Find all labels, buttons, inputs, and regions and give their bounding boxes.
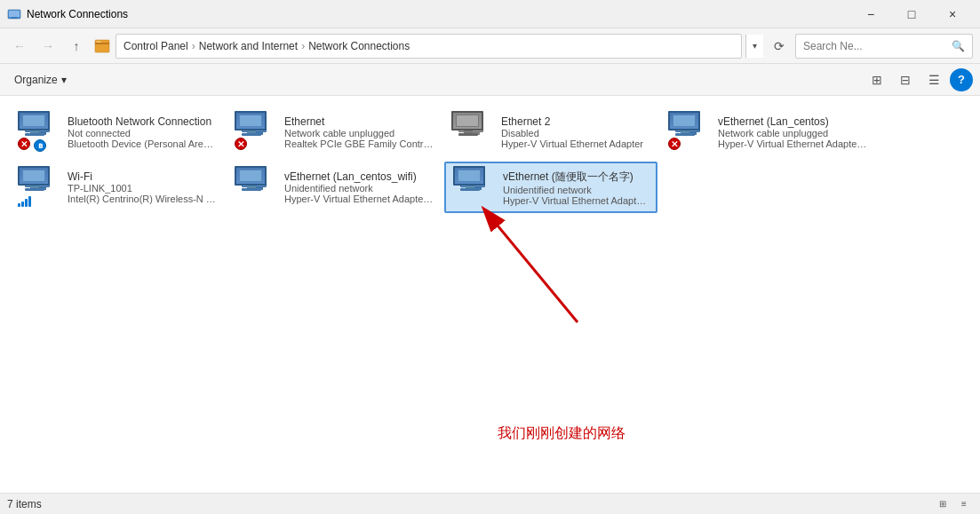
- forward-button[interactable]: →: [36, 34, 60, 59]
- svg-rect-5: [96, 41, 101, 43]
- item-details: vEthernet (随便取一个名字) Unidentified network…: [503, 170, 649, 206]
- address-bar: ← → ↑ Control Panel › Network and Intern…: [0, 28, 980, 64]
- list-item[interactable]: ✕ vEthernet (Lan_centos) Network cable u…: [661, 107, 874, 158]
- error-overlay-icon: ✕: [235, 138, 247, 150]
- breadcrumb-part2: Network and Internet: [199, 40, 298, 52]
- error-overlay-icon: ✕: [18, 138, 30, 150]
- title-bar: Network Connections − □ ×: [0, 0, 980, 28]
- item-name: vEthernet (随便取一个名字): [503, 170, 649, 185]
- organize-label: Organize: [14, 74, 58, 86]
- location-icon: [94, 38, 110, 54]
- search-icon: 🔍: [952, 40, 965, 52]
- item-status: Unidentified network: [284, 183, 434, 194]
- list-item[interactable]: Wi-Fi TP-LINK_1001 Intel(R) Centrino(R) …: [11, 162, 224, 213]
- status-bar: 7 items ⊞ ≡: [0, 493, 980, 514]
- help-button[interactable]: ?: [950, 68, 973, 91]
- svg-line-7: [493, 220, 578, 322]
- search-box[interactable]: 🔍: [795, 34, 973, 59]
- breadcrumb-arrow1: ›: [192, 40, 195, 52]
- title-bar-text: Network Connections: [27, 8, 850, 20]
- item-status: TP-LINK_1001: [68, 183, 217, 194]
- up-button[interactable]: ↑: [64, 34, 89, 59]
- list-item[interactable]: ✕ ʙ Bluetooth Network Connection Not con…: [11, 107, 224, 158]
- item-details: vEthernet (Lan_centos) Network cable unp…: [718, 115, 867, 149]
- view-button-grid[interactable]: ⊞: [864, 68, 889, 91]
- svg-rect-1: [9, 11, 20, 17]
- item-adapter: Hyper-V Virtual Ethernet Adapter ...: [718, 138, 867, 149]
- organize-arrow: ▾: [61, 74, 67, 86]
- back-button[interactable]: ←: [7, 34, 32, 59]
- ethernet2-icon: [451, 111, 494, 154]
- vethernet-centos-icon: ✕: [668, 111, 711, 154]
- bluetooth-overlay-icon: ʙ: [34, 139, 46, 152]
- annotation-text: 我们刚刚创建的网络: [498, 424, 625, 443]
- item-status: Network cable unplugged: [718, 128, 867, 138]
- item-name: vEthernet (Lan_centos): [718, 115, 867, 128]
- maximize-button[interactable]: □: [891, 0, 932, 28]
- vethernet-wifi-icon: [235, 166, 277, 209]
- status-view-icon2[interactable]: ≡: [955, 495, 973, 513]
- item-name: Ethernet 2: [501, 115, 650, 128]
- window-icon: [7, 7, 21, 21]
- close-button[interactable]: ×: [932, 0, 973, 28]
- svg-rect-4: [95, 43, 109, 44]
- error-overlay-icon: ✕: [668, 138, 681, 150]
- item-name: Ethernet: [284, 115, 434, 128]
- item-status: Network cable unplugged: [284, 128, 434, 138]
- minimize-button[interactable]: −: [850, 0, 891, 28]
- item-name: Wi-Fi: [68, 170, 217, 183]
- search-input[interactable]: [803, 40, 952, 52]
- item-count: 7 items: [7, 498, 42, 510]
- view-button-list[interactable]: ☰: [921, 68, 946, 91]
- breadcrumb-part1: Control Panel: [123, 40, 188, 52]
- organize-button[interactable]: Organize ▾: [7, 68, 74, 91]
- list-item[interactable]: vEthernet (Lan_centos_wifi) Unidentified…: [227, 162, 441, 213]
- item-details: vEthernet (Lan_centos_wifi) Unidentified…: [284, 170, 434, 204]
- item-adapter: Hyper-V Virtual Ethernet Adapter ...: [503, 195, 649, 206]
- toolbar-right: ⊞ ⊟ ☰ ?: [864, 68, 973, 91]
- item-adapter: Hyper-V Virtual Ethernet Adapter: [501, 138, 650, 149]
- item-details: Wi-Fi TP-LINK_1001 Intel(R) Centrino(R) …: [68, 170, 217, 204]
- toolbar: Organize ▾ ⊞ ⊟ ☰ ?: [0, 64, 980, 96]
- breadcrumb-arrow2: ›: [301, 40, 305, 52]
- item-adapter: Realtek PCIe GBE Family Controller: [284, 138, 434, 149]
- item-details: Ethernet Network cable unplugged Realtek…: [284, 115, 434, 149]
- item-adapter: Bluetooth Device (Personal Area ...: [68, 138, 217, 149]
- title-bar-controls: − □ ×: [850, 0, 973, 28]
- list-item[interactable]: vEthernet (随便取一个名字) Unidentified network…: [444, 162, 657, 213]
- list-item[interactable]: ✕ Ethernet Network cable unplugged Realt…: [227, 107, 441, 158]
- item-name: Bluetooth Network Connection: [68, 115, 217, 128]
- status-view-icon1[interactable]: ⊞: [934, 495, 952, 513]
- main-content: ✕ ʙ Bluetooth Network Connection Not con…: [0, 96, 980, 493]
- status-view-controls: ⊞ ≡: [934, 495, 973, 513]
- wifi-bars-icon: [18, 196, 31, 207]
- wifi-icon: [18, 166, 60, 209]
- breadcrumb-part3: Network Connections: [308, 40, 410, 52]
- item-status: Not connected: [68, 128, 217, 138]
- breadcrumb-dropdown[interactable]: ▾: [745, 35, 763, 58]
- ethernet-icon: ✕: [235, 111, 277, 154]
- item-name: vEthernet (Lan_centos_wifi): [284, 170, 434, 183]
- item-adapter: Hyper-V Virtual Ethernet Adapter ...: [284, 194, 434, 204]
- item-status: Disabled: [501, 128, 650, 138]
- items-grid: ✕ ʙ Bluetooth Network Connection Not con…: [11, 107, 969, 213]
- refresh-button[interactable]: ⟳: [767, 34, 792, 59]
- item-status: Unidentified network: [503, 185, 649, 195]
- item-details: Ethernet 2 Disabled Hyper-V Virtual Ethe…: [501, 115, 650, 149]
- bluetooth-icon: ✕ ʙ: [18, 111, 60, 154]
- svg-rect-2: [12, 17, 17, 19]
- view-button-split[interactable]: ⊟: [893, 68, 918, 91]
- vethernet-random-icon: [453, 166, 496, 209]
- breadcrumb[interactable]: Control Panel › Network and Internet › N…: [116, 34, 742, 59]
- item-details: Bluetooth Network Connection Not connect…: [68, 115, 217, 149]
- list-item[interactable]: Ethernet 2 Disabled Hyper-V Virtual Ethe…: [444, 107, 657, 158]
- item-adapter: Intel(R) Centrino(R) Wireless-N 10...: [68, 194, 217, 204]
